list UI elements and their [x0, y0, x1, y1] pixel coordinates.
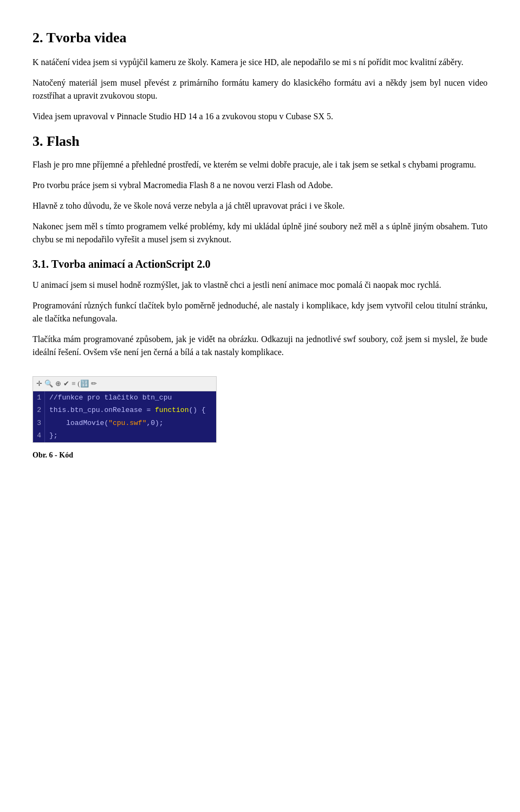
line-code-4: };: [45, 429, 62, 442]
line-code-2: this.btn_cpu.onRelease = function() {: [45, 404, 210, 417]
section2-heading: 2. Tvorba videa: [32, 27, 487, 48]
line-num-4: 4: [33, 429, 45, 442]
code-line-2: 2 this.btn_cpu.onRelease = function() {: [33, 404, 216, 417]
toolbar-icon-pen: ✏: [91, 378, 97, 389]
section3-para2: Pro tvorbu práce jsem si vybral Macromed…: [32, 179, 487, 192]
section3-para1: Flash je pro mne příjemné a přehledné pr…: [32, 158, 487, 171]
section3-heading-block: 3. Flash: [32, 131, 487, 152]
line-num-2: 2: [33, 404, 45, 417]
section31-heading: 3.1. Tvorba animací a ActionScript 2.0: [32, 256, 487, 272]
code-line-4: 4 };: [33, 429, 216, 442]
line-num-3: 3: [33, 417, 45, 430]
section3-number: 3.: [32, 133, 47, 149]
line-num-1: 1: [33, 391, 45, 404]
toolbar-icon-list: ≡: [72, 378, 75, 389]
section3-para4: Nakonec jsem měl s tímto programem velké…: [32, 220, 487, 246]
section2-para1: K natáčení videa jsem si vypůjčil kameru…: [32, 56, 487, 69]
toolbar-icon-search: 🔍: [44, 378, 53, 389]
code-line-3: 3 loadMovie("cpu.swf",0);: [33, 417, 216, 430]
section31-para1: U animací jsem si musel hodně rozmýšlet,…: [32, 279, 487, 292]
line-code-1: //funkce pro tlačitko btn_cpu: [45, 391, 176, 404]
toolbar-icon-move: ✛: [36, 378, 42, 389]
toolbar-icon-paren: (🔢: [77, 378, 88, 389]
code-line-1: 1 //funkce pro tlačitko btn_cpu: [33, 391, 216, 404]
line-code-3: loadMovie("cpu.swf",0);: [45, 417, 168, 430]
section3-para3: Hlavně z toho důvodu, že ve škole nová v…: [32, 199, 487, 212]
section2-para2: Natočený materiál jsem musel převést z p…: [32, 76, 487, 102]
figure-caption: Obr. 6 - Kód: [32, 449, 487, 461]
section31-para2: Programování různých funkcí tlačítek byl…: [32, 299, 487, 325]
code-block: ✛ 🔍 ⊕ ✔ ≡ (🔢 ✏ 1 //funkce pro tlačitko b…: [32, 376, 217, 443]
toolbar-icon-circle: ⊕: [55, 378, 61, 389]
section3-title: Flash: [47, 133, 80, 149]
toolbar-icon-check: ✔: [63, 378, 69, 389]
code-body: 1 //funkce pro tlačitko btn_cpu 2 this.b…: [33, 391, 216, 442]
section31-para3: Tlačítka mám programované způsobem, jak …: [32, 333, 487, 359]
code-toolbar: ✛ 🔍 ⊕ ✔ ≡ (🔢 ✏: [33, 377, 216, 391]
section2-para3: Videa jsem upravoval v Pinnacle Studio H…: [32, 110, 487, 123]
